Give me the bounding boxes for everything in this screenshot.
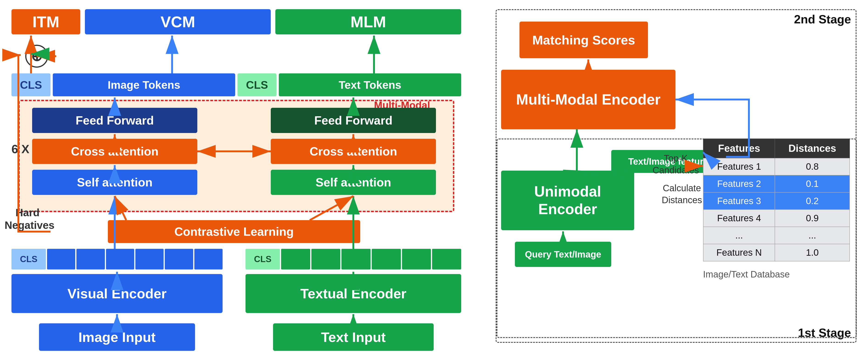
- cls-blue-token: CLS: [11, 73, 51, 96]
- table-row: Features 10.8: [703, 158, 850, 175]
- table-row: Features 40.9: [703, 210, 850, 227]
- visual-data-token-2: [76, 249, 105, 269]
- feed-forward-left: Feed Forward: [32, 108, 197, 133]
- table-cell-feature: Features 1: [703, 158, 775, 175]
- cross-attention-right: Cross attention: [271, 139, 436, 164]
- image-input: Image Input: [39, 323, 195, 351]
- textual-encoder: Textual Encoder: [246, 274, 461, 313]
- text-tokens-row: CLS: [246, 249, 461, 269]
- six-x-label: 6 X: [11, 142, 29, 156]
- text-data-token-3: [341, 249, 371, 269]
- table-cell-feature: ...: [703, 227, 775, 244]
- topk-label: Top-K Candidates: [653, 152, 699, 176]
- text-data-token-6: [432, 249, 461, 269]
- visual-data-token-3: [106, 249, 134, 269]
- diagram-container: ITM VCM MLM ⊕ CLS Image Tokens CLS Text …: [0, 0, 868, 352]
- table-cell-distance: 0.8: [775, 158, 850, 175]
- mlm-label: MLM: [275, 9, 461, 34]
- calc-dist-label: Calculate Distances: [662, 182, 702, 206]
- visual-data-token-1: [47, 249, 75, 269]
- table-row: Features 20.1: [703, 175, 850, 192]
- matching-scores-box: Matching Scores: [520, 22, 648, 58]
- visual-encoder: Visual Encoder: [11, 274, 223, 313]
- table-cell-distance: ...: [775, 227, 850, 244]
- itm-label: ITM: [11, 9, 80, 34]
- visual-data-token-5: [165, 249, 193, 269]
- tokens-row: CLS Image Tokens CLS Text Tokens: [11, 73, 461, 96]
- left-panel: ITM VCM MLM ⊕ CLS Image Tokens CLS Text …: [11, 9, 482, 343]
- table-header-features: Features: [703, 139, 775, 158]
- table-row: Features 30.2: [703, 192, 850, 210]
- cls-green-token: CLS: [238, 73, 277, 96]
- text-cls-token: CLS: [246, 249, 280, 269]
- right-panel: 2nd Stage 1st Stage Matching Scores Mult…: [496, 9, 857, 343]
- query-box: Query Text/Image: [515, 242, 611, 267]
- contrastive-learning: Contrastive Learning: [108, 220, 360, 243]
- image-tokens: Image Tokens: [53, 73, 235, 96]
- table-cell-feature: Features 2: [703, 175, 775, 192]
- table-row: Features N1.0: [703, 244, 850, 261]
- top-labels: ITM VCM MLM: [11, 9, 461, 34]
- text-data-token-4: [372, 249, 401, 269]
- plus-symbol: ⊕: [25, 45, 48, 68]
- table-cell-feature: Features 3: [703, 192, 775, 210]
- feature-table: Features Distances Features 10.8Features…: [703, 138, 850, 261]
- text-data-token-5: [402, 249, 431, 269]
- unimodal-encoder-box: Unimodal Encoder: [501, 171, 634, 230]
- db-label: Image/Text Database: [703, 269, 790, 280]
- stage-2nd-label: 2nd Stage: [794, 12, 851, 26]
- visual-data-token-4: [135, 249, 164, 269]
- table-cell-distance: 1.0: [775, 244, 850, 261]
- visual-data-token-6: [194, 249, 223, 269]
- cross-attention-left: Cross attention: [32, 139, 197, 164]
- table-cell-distance: 0.2: [775, 192, 850, 210]
- multi-modal-encoder-box: Multi-Modal Encoder: [501, 70, 676, 129]
- feed-forward-right: Feed Forward: [271, 108, 436, 133]
- table-header-distances: Distances: [775, 139, 850, 158]
- text-data-token-1: [281, 249, 310, 269]
- visual-cls-token: CLS: [11, 249, 46, 269]
- self-attention-right: Self attention: [271, 170, 436, 195]
- self-attention-left: Self attention: [32, 170, 197, 195]
- table-cell-distance: 0.9: [775, 210, 850, 227]
- vcm-label: VCM: [85, 9, 271, 34]
- visual-tokens-row: CLS: [11, 249, 223, 269]
- table-row: ......: [703, 227, 850, 244]
- text-tokens: Text Tokens: [279, 73, 461, 96]
- hard-negatives-label: Hard Negatives: [5, 206, 51, 232]
- text-input: Text Input: [273, 323, 434, 351]
- table-cell-feature: Features N: [703, 244, 775, 261]
- table-cell-distance: 0.1: [775, 175, 850, 192]
- text-data-token-2: [311, 249, 341, 269]
- table-cell-feature: Features 4: [703, 210, 775, 227]
